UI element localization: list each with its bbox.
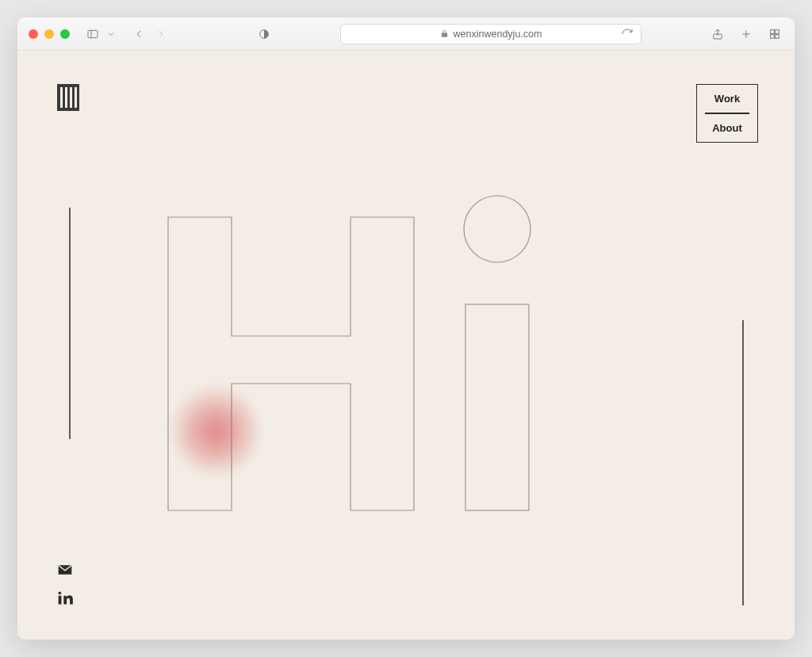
window-controls xyxy=(29,29,70,39)
svg-point-17 xyxy=(464,196,530,262)
page-content: Work About xyxy=(17,51,795,640)
svg-rect-8 xyxy=(771,34,775,38)
share-icon[interactable] xyxy=(709,25,726,43)
forward-button[interactable] xyxy=(152,25,170,43)
browser-toolbar: wenxinwendyju.com xyxy=(17,17,795,51)
svg-rect-0 xyxy=(88,30,98,37)
svg-rect-18 xyxy=(465,304,529,510)
shield-icon[interactable] xyxy=(255,25,273,43)
svg-point-19 xyxy=(59,592,62,595)
svg-rect-9 xyxy=(776,34,779,38)
new-tab-icon[interactable] xyxy=(737,25,755,43)
close-window-button[interactable] xyxy=(29,29,38,39)
social-links xyxy=(57,563,73,609)
minimize-window-button[interactable] xyxy=(44,29,54,39)
sidebar-toggle-icon[interactable] xyxy=(84,25,102,43)
tab-overview-icon[interactable] xyxy=(766,25,783,43)
chevron-down-icon[interactable] xyxy=(106,25,116,43)
mail-icon xyxy=(57,563,73,576)
back-button[interactable] xyxy=(130,25,147,43)
maximize-window-button[interactable] xyxy=(60,29,70,39)
hero-graphic xyxy=(17,51,795,640)
svg-rect-20 xyxy=(59,596,62,605)
linkedin-link[interactable] xyxy=(57,590,73,609)
email-link[interactable] xyxy=(57,563,73,579)
browser-window: wenxinwendyju.com xyxy=(17,17,795,640)
svg-rect-7 xyxy=(776,29,779,33)
address-bar[interactable]: wenxinwendyju.com xyxy=(340,24,642,44)
linkedin-icon xyxy=(57,590,73,606)
url-text: wenxinwendyju.com xyxy=(454,29,542,40)
refresh-icon[interactable] xyxy=(619,25,636,43)
svg-rect-6 xyxy=(771,29,775,33)
